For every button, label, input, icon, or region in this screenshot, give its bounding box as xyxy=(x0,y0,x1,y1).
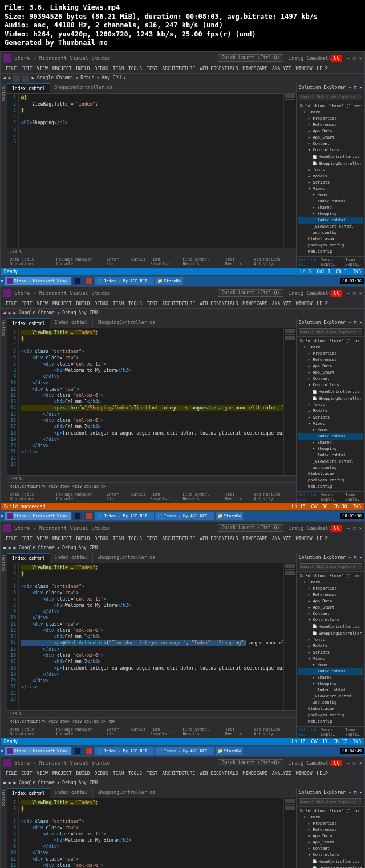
code-editor[interactable]: ViewBag.Title = "Index"; } <div class="c… xyxy=(19,563,283,710)
media-info-header: File: 3.6. Linking Views.mp4 Size: 90394… xyxy=(0,0,365,51)
tree-home-index[interactable]: Index.cshtml xyxy=(298,198,363,205)
tree-shopctrl[interactable]: ShoppingController.cs xyxy=(298,160,363,167)
code-editor[interactable]: ViewBag.Title = "Index"; } <div class="c… xyxy=(19,798,283,868)
tree-store[interactable]: Store xyxy=(298,109,363,116)
quick-launch-input[interactable]: Quick Launch (Ctrl+Q) xyxy=(218,54,283,62)
vs-window-title: Store - Microsoft Visual Studio xyxy=(14,55,218,61)
breadcrumb[interactable]: <div.container> <div.row> <div.col-xs-6> xyxy=(7,482,296,490)
left-toolbox[interactable]: Toolbox xyxy=(1,83,7,268)
tree-shop-index[interactable]: Index.cshtml xyxy=(298,217,363,224)
thumbnail-3: Store - Microsoft Visual StudioQuick Lau… xyxy=(0,521,365,756)
tree-packages[interactable]: packages.config xyxy=(298,242,363,249)
tree-properties[interactable]: Properties xyxy=(298,116,363,122)
tree-global[interactable]: Global.asax xyxy=(298,236,363,242)
tree-homectrl[interactable]: HomeController.cs xyxy=(298,153,363,160)
tab-shopping-controller[interactable]: ShoppingController.cs xyxy=(50,83,117,93)
tree-appdata[interactable]: App_Data xyxy=(298,128,363,135)
tree-references[interactable]: References xyxy=(298,122,363,128)
timestamp: 00:01:36 xyxy=(340,278,364,284)
thumbnail-4: Store - Microsoft Visual StudioQuick Lau… xyxy=(0,756,365,868)
toolbar[interactable]: ◀ ▶ ▶ Google Chrome ▾ Debug▾ Any CPU▾ xyxy=(1,73,364,83)
thumbnail-2: Store - Microsoft Visual StudioQuick Lau… xyxy=(0,286,365,521)
editor-tabs[interactable]: Index.cshtml ShoppingController.cs xyxy=(7,83,296,94)
explorer-search[interactable] xyxy=(299,94,362,100)
tree-views[interactable]: Views xyxy=(298,186,363,192)
tree-models[interactable]: Models xyxy=(298,173,363,180)
tree-webconfig[interactable]: web.config xyxy=(298,230,363,236)
tree-viewstart[interactable]: _ViewStart.cshtml xyxy=(298,224,363,230)
vs-logo-icon xyxy=(3,54,11,62)
thumbnail-1: Store - Microsoft Visual Studio Quick La… xyxy=(0,51,365,286)
tree-scripts[interactable]: Scripts xyxy=(298,180,363,186)
tree-content[interactable]: Content xyxy=(298,141,363,147)
taskbar[interactable]: ⊞ Store - Microsoft Visu… 🌐Index - My AS… xyxy=(0,276,365,286)
pin-icon[interactable]: ▾ ⊓ ✕ xyxy=(348,85,362,90)
tab-index[interactable]: Index.cshtml xyxy=(7,83,50,93)
tree-controllers[interactable]: Controllers xyxy=(298,147,363,153)
statusbar: Ready Ln 8Col 1Ch 1INS xyxy=(1,268,364,275)
line-gutter: 12345678 xyxy=(7,94,19,248)
tree-appstart[interactable]: App_Start xyxy=(298,135,363,141)
vs-titlebar: Store - Microsoft Visual Studio Quick La… xyxy=(1,52,364,64)
window-controls[interactable]: — ▢ ✕ xyxy=(347,55,362,61)
tree-fonts[interactable]: fonts xyxy=(298,167,363,173)
solution-explorer[interactable]: Solution Explorer▾ ⊓ ✕ ⧉ Solution 'Store… xyxy=(296,83,364,268)
tree-shopping[interactable]: Shopping xyxy=(298,211,363,217)
tree-home[interactable]: Home xyxy=(298,192,363,198)
tree-shared[interactable]: Shared xyxy=(298,205,363,211)
menubar[interactable]: FILEEDITVIEWPROJECTBUILDDEBUGTEAMTOOLSTE… xyxy=(1,64,364,73)
code-editor[interactable]: @{ ViewBag.Title = "Index"; } <h2>Shoppi… xyxy=(19,94,283,248)
code-editor[interactable]: ViewBag.Title = "Index"; } <div class="c… xyxy=(19,328,283,475)
tree-solution[interactable]: ⧉ Solution 'Store' (1 project) xyxy=(298,103,363,109)
tree-webconfig2[interactable]: Web.config xyxy=(298,249,363,255)
output-panels[interactable]: Data Tools OperationsPackage Manager Con… xyxy=(7,255,296,268)
minimap[interactable] xyxy=(283,94,296,248)
vs-user[interactable]: Craig Campbell xyxy=(288,55,331,61)
vs-user-badge[interactable]: CC xyxy=(331,55,342,62)
zoom[interactable]: 100 % xyxy=(7,248,296,255)
